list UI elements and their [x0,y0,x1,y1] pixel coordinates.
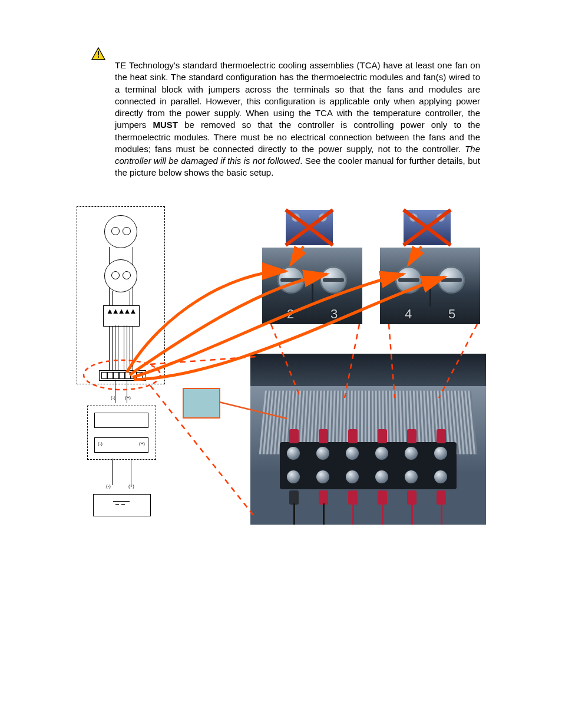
callout-box [183,388,220,419]
terminal-photo-right: 4 5 [380,248,480,324]
remove-x-icon [283,207,336,248]
cooler-schematic: ▲▲▲▲▲ (-) (+) (-) (+) [77,206,165,519]
terminal-number-3: 3 [330,307,338,322]
terminal-photo-left: 2 3 [262,248,362,324]
removed-jumper-right [404,210,451,245]
warning-icon [91,47,105,60]
svg-rect-2 [98,57,99,58]
polarity-lower-left: (-) [106,483,111,489]
svg-line-8 [150,357,256,364]
paragraph-must: MUST [153,120,178,130]
polarity-upper-left: (-) [111,395,115,400]
terminal-block-photo [250,354,486,525]
polarity-lower-right: (+) [128,483,134,489]
removed-jumper-left [286,210,333,245]
terminal-number-4: 4 [405,307,412,322]
remove-x-icon [401,207,454,248]
terminal-number-5: 5 [448,307,455,322]
terminal-number-2: 2 [287,307,294,322]
instruction-paragraph: TE Technology's standard thermoelectric … [115,60,480,179]
polarity-upper-right: (+) [125,395,131,400]
wiring-figure: ▲▲▲▲▲ (-) (+) (-) (+) [68,206,492,536]
svg-rect-1 [98,51,99,55]
